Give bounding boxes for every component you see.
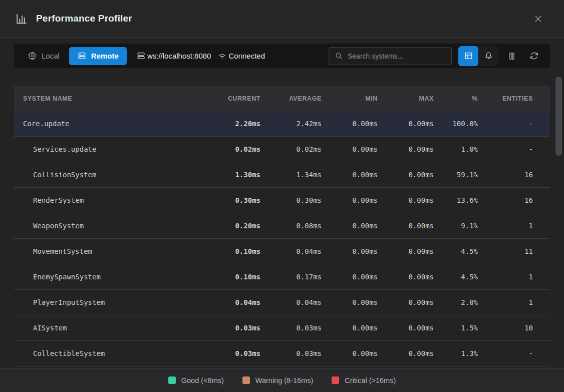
average-cell: 0.08ms: [269, 213, 331, 238]
min-cell: 0.00ms: [331, 213, 387, 238]
table-row[interactable]: WeaponSystem 0.20ms 0.08ms 0.00ms 0.00ms…: [14, 213, 550, 239]
websocket-url: ws://localhost:8080: [136, 51, 211, 61]
entities-cell: -: [487, 137, 550, 162]
table-row[interactable]: CollectibleSystem 0.03ms 0.03ms 0.00ms 0…: [14, 341, 550, 366]
min-cell: 0.00ms: [331, 264, 387, 289]
current-cell: 1.30ms: [214, 162, 269, 187]
refresh-button[interactable]: [525, 48, 542, 65]
view-toggle-group: [458, 46, 498, 66]
current-cell: 0.04ms: [214, 290, 269, 315]
percent-cell: 4.5%: [443, 264, 487, 289]
connection-status-text: Connected: [228, 52, 265, 60]
server-icon: [136, 51, 146, 61]
good-swatch-icon: [168, 376, 176, 384]
remote-tab-button[interactable]: Remote: [69, 47, 127, 65]
critical-swatch-icon: [332, 376, 339, 384]
column-header-average[interactable]: AVERAGE: [269, 86, 331, 111]
table-row[interactable]: CollisionSystem 1.30ms 1.34ms 0.00ms 0.0…: [14, 162, 550, 188]
table-row[interactable]: RenderSystem 0.30ms 0.30ms 0.00ms 0.00ms…: [14, 188, 550, 213]
max-cell: 0.00ms: [387, 315, 443, 340]
system-name-cell: Core.update: [14, 111, 214, 136]
warning-swatch-icon: [242, 376, 250, 384]
average-cell: 0.04ms: [269, 290, 331, 315]
local-tab-button[interactable]: Local: [22, 47, 66, 65]
close-button[interactable]: [531, 12, 545, 26]
alerts-button[interactable]: [478, 46, 498, 66]
scrollbar-thumb[interactable]: [555, 77, 562, 156]
legend-label-warning: Warning (8-16ms): [255, 376, 314, 384]
bell-icon: [484, 51, 493, 61]
max-cell: 0.00ms: [387, 213, 443, 238]
percent-cell: 1.5%: [443, 315, 487, 340]
column-header-current[interactable]: CURRENT: [214, 86, 269, 111]
server-icon: [77, 51, 87, 61]
search-input[interactable]: [348, 52, 446, 60]
search-icon: [335, 52, 343, 60]
entities-cell: 11: [487, 239, 550, 264]
column-header-entities[interactable]: ENTITIES: [487, 86, 550, 111]
close-icon: [533, 14, 543, 24]
table-row[interactable]: MovementSystem 0.10ms 0.04ms 0.00ms 0.00…: [14, 239, 550, 264]
websocket-url-text: ws://localhost:8080: [147, 52, 211, 60]
max-cell: 0.00ms: [387, 290, 443, 315]
entities-cell: 1: [487, 290, 550, 315]
pause-icon: [507, 51, 517, 61]
remote-tab-label: Remote: [91, 52, 119, 60]
percent-cell: 9.1%: [443, 213, 487, 238]
max-cell: 0.00ms: [387, 111, 443, 136]
average-cell: 0.04ms: [269, 239, 331, 264]
column-header-min[interactable]: MIN: [331, 86, 387, 111]
max-cell: 0.00ms: [387, 239, 443, 264]
page-title: Performance Profiler: [36, 13, 132, 24]
system-name-cell: MovementSystem: [14, 239, 214, 264]
legend-label-critical: Critical (>16ms): [345, 376, 396, 384]
column-header-system-name[interactable]: SYSTEM NAME: [14, 86, 214, 111]
entities-cell: 1: [487, 213, 550, 238]
min-cell: 0.00ms: [331, 239, 387, 264]
entities-cell: 16: [487, 162, 550, 187]
column-header-max[interactable]: MAX: [387, 86, 443, 111]
table-row[interactable]: PlayerInputSystem 0.04ms 0.04ms 0.00ms 0…: [14, 290, 550, 315]
percent-cell: 100.0%: [443, 111, 487, 136]
min-cell: 0.00ms: [331, 315, 387, 340]
min-cell: 0.00ms: [331, 111, 387, 136]
legend-bar: Good (<8ms) Warning (8-16ms) Critical (>…: [0, 368, 564, 392]
entities-cell: 1: [487, 264, 550, 289]
current-cell: 2.20ms: [214, 111, 269, 136]
min-cell: 0.00ms: [331, 290, 387, 315]
entities-cell: -: [487, 111, 550, 136]
current-cell: 0.03ms: [214, 315, 269, 340]
legend-item-good: Good (<8ms): [168, 376, 224, 384]
table-view-button[interactable]: [458, 46, 478, 66]
refresh-icon: [529, 51, 539, 61]
system-name-cell: PlayerInputSystem: [14, 290, 214, 315]
system-name-cell: CollisionSystem: [14, 162, 214, 187]
percent-cell: 2.0%: [443, 290, 487, 315]
table-row[interactable]: Services.update 0.02ms 0.02ms 0.00ms 0.0…: [14, 137, 550, 162]
average-cell: 0.30ms: [269, 188, 331, 213]
table-row[interactable]: Core.update 2.20ms 2.42ms 0.00ms 0.00ms …: [14, 111, 550, 137]
legend-item-critical: Critical (>16ms): [332, 376, 396, 384]
entities-cell: -: [487, 341, 550, 366]
current-cell: 0.02ms: [214, 137, 269, 162]
max-cell: 0.00ms: [387, 188, 443, 213]
table-header-row: SYSTEM NAME CURRENT AVERAGE MIN MAX % EN…: [14, 86, 550, 111]
percent-cell: 13.6%: [443, 188, 487, 213]
current-cell: 0.10ms: [214, 264, 269, 289]
current-cell: 0.03ms: [214, 341, 269, 366]
average-cell: 0.03ms: [269, 341, 331, 366]
pause-button[interactable]: [503, 48, 520, 65]
entities-cell: 10: [487, 315, 550, 340]
percent-cell: 4.5%: [443, 239, 487, 264]
connection-status: Connected: [217, 51, 265, 61]
min-cell: 0.00ms: [331, 188, 387, 213]
local-tab-label: Local: [42, 52, 60, 60]
table-view-icon: [464, 51, 473, 61]
column-header-percent[interactable]: %: [443, 86, 487, 111]
system-name-cell: CollectibleSystem: [14, 341, 214, 366]
toolbar: Local Remote ws://localhost:8080: [14, 44, 550, 68]
average-cell: 0.03ms: [269, 315, 331, 340]
table-row[interactable]: EnemySpawnSystem 0.10ms 0.17ms 0.00ms 0.…: [14, 264, 550, 290]
table-row[interactable]: AISystem 0.03ms 0.03ms 0.00ms 0.00ms 1.5…: [14, 315, 550, 341]
min-cell: 0.00ms: [331, 341, 387, 366]
